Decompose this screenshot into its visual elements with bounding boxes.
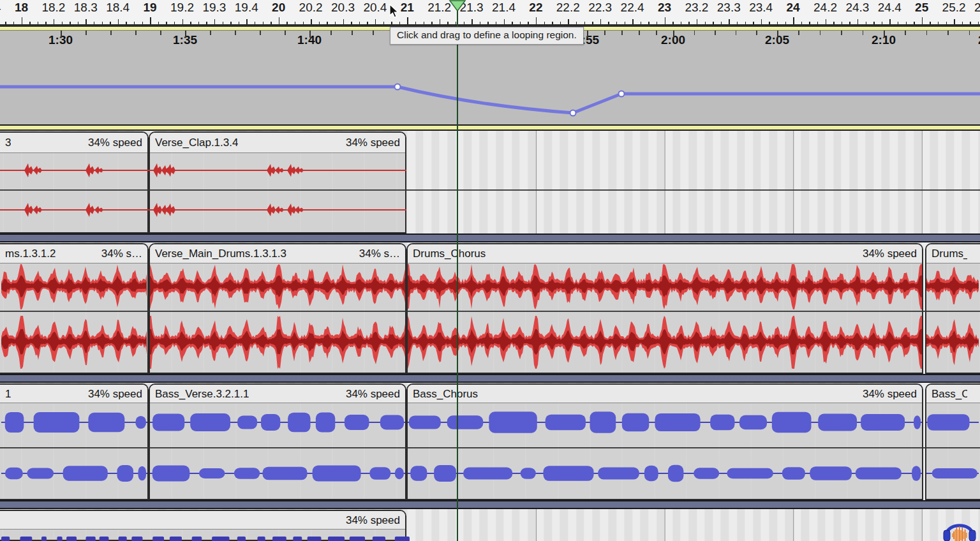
audio-clip-bass[interactable]: Bass_Ch xyxy=(925,383,980,500)
beats-ruler-tick xyxy=(600,19,602,24)
envelope-control-point[interactable] xyxy=(570,110,576,116)
clip-title: Verse_Clap.1.3.4 xyxy=(155,133,238,153)
beats-ruler-tick xyxy=(214,19,216,24)
time-track-envelope[interactable] xyxy=(0,31,980,130)
beats-ruler-tick xyxy=(665,17,666,24)
envelope-control-point[interactable] xyxy=(395,84,401,90)
track-row-drums[interactable]: ms.1.3.1.234% s…Verse_Main_Drums.1.3.1.3… xyxy=(0,242,980,374)
track-row-claps[interactable]: 334% speedVerse_Clap.1.3.434% speed xyxy=(0,131,980,233)
audio-clip-drums[interactable]: Drums_Chorus34% speed xyxy=(406,243,923,374)
audacity-logo xyxy=(942,517,977,541)
clip-title: Bass_Ch xyxy=(932,385,967,403)
clip-header[interactable]: 34% speed xyxy=(0,511,405,530)
clip-title: 3 xyxy=(5,133,11,153)
beats-ruler-tick xyxy=(471,19,473,24)
clip-title: Bass_Verse.3.2.1.1 xyxy=(155,385,249,403)
clip-header[interactable]: Bass_Verse.3.2.1.134% speed xyxy=(150,385,405,403)
clip-speed-badge: 34% speed xyxy=(863,385,917,403)
beats-ruler-tick xyxy=(922,17,923,24)
track-row-bass[interactable]: 134% speedBass_Verse.3.2.1.134% speedBas… xyxy=(0,383,980,500)
clip-header[interactable]: Bass_Ch xyxy=(926,385,980,403)
beats-ruler-tick xyxy=(246,19,248,24)
clip-speed-badge: 34% speed xyxy=(346,385,400,403)
audacity-track-view: 17.41818.218.318.41919.219.319.42020.220… xyxy=(0,0,980,541)
beats-ruler-tick xyxy=(85,19,87,24)
track-separator[interactable] xyxy=(0,374,980,383)
audio-clip-bass[interactable]: 134% speed xyxy=(0,383,149,500)
beats-ruler-tick xyxy=(440,19,441,24)
beats-ruler-tick xyxy=(150,17,151,24)
clip-speed-badge: 34% speed xyxy=(346,511,400,530)
clip-speed-badge: 34% s… xyxy=(101,244,142,263)
audio-clip-drums[interactable]: ms.1.3.1.234% s… xyxy=(0,243,149,374)
clip-header[interactable]: Drums_C xyxy=(926,244,980,263)
clip-title: ms.1.3.1.2 xyxy=(5,244,56,263)
beats-ruler-tick xyxy=(504,19,505,24)
beats-ruler-tick xyxy=(343,19,345,24)
clip-header[interactable]: Verse_Main_Drums.1.3.1.334% s… xyxy=(150,244,405,263)
audio-clip-track4[interactable]: 34% speed xyxy=(0,510,406,541)
clip-speed-badge: 34% speed xyxy=(346,133,400,153)
beats-ruler-tick xyxy=(632,19,634,24)
beats-ruler-tick xyxy=(375,19,376,24)
audio-clip-claps[interactable]: 334% speed xyxy=(0,131,149,233)
clip-speed-badge: 34% speed xyxy=(863,244,917,263)
beats-ruler-tick xyxy=(536,17,537,24)
mouse-cursor-icon xyxy=(389,4,404,20)
clip-title: Drums_Chorus xyxy=(413,244,486,263)
playhead-marker-icon[interactable] xyxy=(0,0,980,13)
beats-ruler-tick xyxy=(568,19,569,24)
audio-clip-drums[interactable]: Drums_C xyxy=(925,243,980,374)
track-separator[interactable] xyxy=(0,500,980,509)
beats-ruler-tick xyxy=(407,17,408,24)
envelope-control-point[interactable] xyxy=(619,91,625,97)
clip-title: Bass_Chorus xyxy=(413,385,478,403)
clip-speed-badge: 34% speed xyxy=(88,385,142,403)
clip-header[interactable]: ms.1.3.1.234% s… xyxy=(0,244,147,263)
beats-ruler-tick xyxy=(182,19,184,24)
clip-title: Verse_Main_Drums.1.3.1.3 xyxy=(155,244,286,263)
clip-title: 1 xyxy=(5,385,11,403)
clip-header[interactable]: Verse_Clap.1.3.434% speed xyxy=(150,133,405,153)
beats-ruler-tick xyxy=(954,19,955,24)
beats-ruler-tick xyxy=(889,19,891,24)
clip-title: Drums_C xyxy=(932,244,967,263)
looping-tooltip: Click and drag to define a looping regio… xyxy=(390,27,584,45)
audio-clip-drums[interactable]: Verse_Main_Drums.1.3.1.334% s… xyxy=(149,243,406,374)
beats-ruler-tick xyxy=(279,17,280,24)
beats-ruler-tick xyxy=(697,19,698,24)
beats-ruler-tick xyxy=(761,19,762,24)
beats-ruler-tick xyxy=(311,19,312,24)
audio-clip-bass[interactable]: Bass_Verse.3.2.1.134% speed xyxy=(149,383,406,500)
clip-speed-badge: 34% s… xyxy=(359,244,400,263)
beats-ruler-tick xyxy=(22,17,23,24)
clip-header[interactable]: Drums_Chorus34% speed xyxy=(408,244,922,263)
beats-ruler-tick xyxy=(793,17,794,24)
audio-clip-bass[interactable]: Bass_Chorus34% speed xyxy=(406,383,923,500)
beats-ruler-tick xyxy=(826,19,827,24)
clip-speed-badge: 34% speed xyxy=(88,133,142,153)
playhead-line[interactable] xyxy=(457,11,458,541)
clip-header[interactable]: Bass_Chorus34% speed xyxy=(408,385,922,403)
beats-ruler-tick xyxy=(118,19,119,24)
beats-ruler-tick xyxy=(858,19,859,24)
clip-header[interactable]: 134% speed xyxy=(0,385,147,403)
beats-ruler-tick xyxy=(729,19,730,24)
clip-header[interactable]: 334% speed xyxy=(0,133,147,153)
beats-ruler-tick xyxy=(54,19,55,24)
track-row-track4[interactable]: 34% speed xyxy=(0,509,980,541)
track-separator[interactable] xyxy=(0,233,980,242)
audio-clip-claps[interactable]: Verse_Clap.1.3.434% speed xyxy=(149,131,406,233)
